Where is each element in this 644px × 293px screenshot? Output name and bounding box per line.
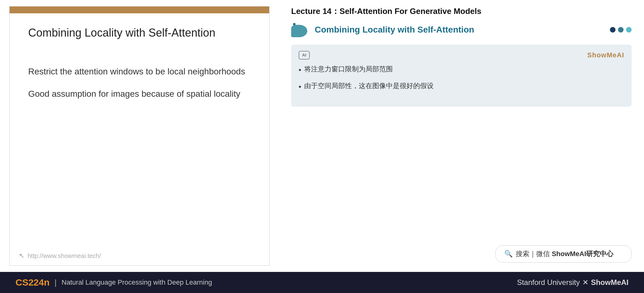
footer-right: Stanford University ✕ ShowMeAI: [517, 278, 629, 287]
lecture-title: Lecture 14：Self-Attention For Generative…: [291, 6, 632, 17]
slide-container: Combining Locality with Self-Attention R…: [9, 6, 269, 266]
right-dot-2: [618, 27, 624, 33]
slide-body: Combining Locality with Self-Attention R…: [10, 13, 269, 265]
notes-bullet-2: • 由于空间局部性，这在图像中是很好的假设: [299, 81, 624, 92]
footer-divider: |: [55, 278, 57, 287]
right-dots: [610, 27, 632, 33]
slide-bullet-2: Good assumption for images because of sp…: [28, 87, 251, 100]
search-bar-area: 🔍 搜索｜微信 ShowMeAI研究中心: [291, 245, 632, 272]
footer-cross: ✕: [582, 278, 589, 287]
search-icon: 🔍: [504, 250, 513, 258]
notes-card: AI ShowMeAI • 将注意力窗口限制为局部范围 • 由于空间局部性，这在…: [291, 45, 632, 107]
footer-brand: ShowMeAI: [591, 278, 629, 287]
footer-left: CS224n | Natural Language Processing wit…: [15, 277, 212, 288]
ai-badge: AI: [299, 51, 310, 60]
footer-description: Natural Language Processing with Deep Le…: [62, 278, 212, 286]
footer-course: CS224n: [15, 277, 50, 288]
footer-bar: CS224n | Natural Language Processing wit…: [0, 272, 644, 293]
main-content: Combining Locality with Self-Attention R…: [0, 0, 644, 272]
search-bar[interactable]: 🔍 搜索｜微信 ShowMeAI研究中心: [495, 245, 632, 263]
slide-top-bar: [10, 7, 269, 13]
slide-title: Combining Locality with Self-Attention: [28, 26, 251, 40]
footer-university: Stanford University: [517, 278, 580, 287]
notes-card-header: AI ShowMeAI: [299, 51, 624, 60]
slide-footer: ↖ http://www.showmeai.tech/: [19, 252, 101, 260]
showmeai-brand: ShowMeAI: [587, 51, 624, 59]
cursor-icon: ↖: [19, 252, 24, 260]
right-panel: Lecture 14：Self-Attention For Generative…: [279, 0, 644, 272]
section-icon: [291, 22, 310, 37]
teal-shape: [291, 25, 307, 37]
ai-badge-label: AI: [302, 53, 306, 57]
notes-bullet-text-2: 由于空间局部性，这在图像中是很好的假设: [304, 81, 434, 91]
bullet-dot-1: •: [299, 64, 301, 76]
notes-bullet-text-1: 将注意力窗口限制为局部范围: [304, 64, 393, 74]
right-dot-1: [610, 27, 616, 33]
bullet-dot-2: •: [299, 81, 301, 92]
right-dot-3: [626, 27, 632, 33]
slide-bullet-1: Restrict the attention windows to be loc…: [28, 65, 251, 78]
section-header: Combining Locality with Self-Attention: [291, 22, 632, 37]
slide-panel: Combining Locality with Self-Attention R…: [0, 0, 279, 272]
notes-bullet-1: • 将注意力窗口限制为局部范围: [299, 64, 624, 76]
search-text: 搜索｜微信 ShowMeAI研究中心: [516, 249, 613, 259]
section-title: Combining Locality with Self-Attention: [315, 24, 474, 35]
slide-url: http://www.showmeai.tech/: [28, 252, 101, 260]
